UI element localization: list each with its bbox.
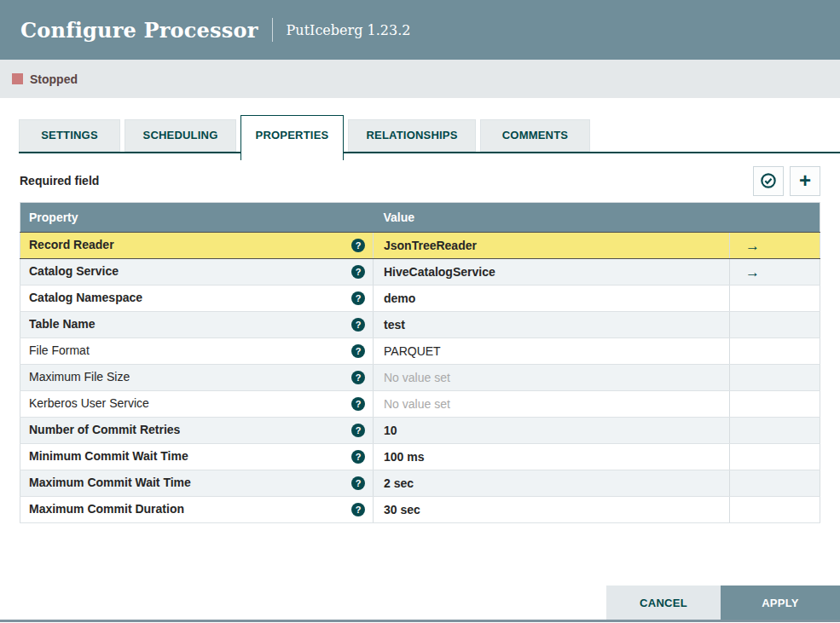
property-value-cell[interactable]: test (374, 312, 730, 338)
goto-service-cell: → (730, 233, 820, 259)
property-name-cell: Maximum Commit Wait Time? (20, 470, 374, 497)
property-value-cell[interactable]: PARQUET (374, 338, 730, 365)
question-mark-icon[interactable]: ? (351, 265, 365, 279)
property-name: Maximum Commit Wait Time (29, 476, 191, 489)
properties-toolbar: Required field + (0, 165, 840, 196)
right-arrow-icon[interactable]: → (745, 264, 760, 280)
goto-column-header (730, 203, 820, 233)
property-row[interactable]: Maximum File Size?No value set (20, 365, 820, 391)
property-value-cell[interactable]: HiveCatalogService (374, 259, 730, 286)
dialog-bottom-edge (0, 620, 840, 622)
property-name-cell: Kerberos User Service? (20, 391, 374, 418)
property-name-cell: Maximum File Size? (20, 365, 374, 391)
goto-service-cell (730, 497, 820, 523)
tab-scheduling[interactable]: SCHEDULING (125, 119, 236, 152)
property-value-cell[interactable]: No value set (374, 391, 730, 418)
plus-icon: + (799, 172, 811, 189)
add-property-button[interactable]: + (790, 166, 820, 196)
property-value-cell[interactable]: 30 sec (374, 497, 730, 523)
question-mark-icon[interactable]: ? (351, 503, 365, 516)
property-name: File Format (29, 343, 90, 357)
properties-table-body: Record Reader?JsonTreeReader→Catalog Ser… (20, 233, 820, 523)
question-mark-icon[interactable]: ? (351, 371, 365, 384)
tab-bar: SETTINGSSCHEDULINGPROPERTIESRELATIONSHIP… (0, 115, 840, 160)
title-divider (272, 18, 273, 42)
status-bar: Stopped (0, 60, 840, 98)
value-column-header: Value (374, 203, 730, 233)
tabs-container: SETTINGSSCHEDULINGPROPERTIESRELATIONSHIP… (19, 115, 840, 160)
question-mark-icon[interactable]: ? (351, 424, 365, 437)
goto-service-cell (730, 444, 820, 470)
property-name: Minimum Commit Wait Time (29, 449, 188, 463)
property-name-cell: Catalog Namespace? (20, 286, 374, 312)
goto-service-cell (730, 470, 820, 497)
cancel-button[interactable]: CANCEL (606, 586, 721, 620)
property-value-cell[interactable]: No value set (374, 365, 730, 391)
tab-properties[interactable]: PROPERTIES (240, 115, 344, 160)
property-name: Catalog Namespace (29, 291, 142, 304)
property-row[interactable]: Kerberos User Service?No value set (20, 391, 820, 418)
question-mark-icon[interactable]: ? (351, 397, 365, 411)
question-mark-icon[interactable]: ? (351, 239, 365, 252)
property-name: Maximum Commit Duration (29, 502, 184, 516)
property-name-cell: Catalog Service? (20, 259, 374, 286)
property-name: Catalog Service (29, 264, 119, 278)
property-row[interactable]: Maximum Commit Duration?30 sec (20, 497, 820, 523)
property-name-cell: File Format? (20, 338, 374, 365)
tab-relationships[interactable]: RELATIONSHIPS (348, 119, 476, 152)
goto-service-cell: → (730, 259, 820, 286)
status-label: Stopped (30, 72, 78, 86)
property-value-cell[interactable]: 2 sec (374, 470, 730, 497)
tab-settings[interactable]: SETTINGS (19, 119, 120, 152)
question-mark-icon[interactable]: ? (351, 291, 365, 305)
stopped-status-icon (12, 73, 23, 84)
property-column-header: Property (20, 203, 374, 233)
properties-table-wrap: Property Value Record Reader?JsonTreeRea… (0, 202, 840, 523)
check-circle-icon (760, 172, 777, 189)
property-row[interactable]: Minimum Commit Wait Time?100 ms (20, 444, 820, 470)
question-mark-icon[interactable]: ? (351, 344, 365, 358)
question-mark-icon[interactable]: ? (351, 318, 365, 332)
property-value-cell[interactable]: 100 ms (374, 444, 730, 470)
tab-underline (19, 152, 840, 153)
property-value-cell[interactable]: demo (374, 286, 730, 312)
property-name: Maximum File Size (29, 370, 130, 384)
verify-properties-button[interactable] (753, 166, 784, 196)
property-name-cell: Record Reader? (20, 233, 374, 259)
property-value-cell[interactable]: JsonTreeReader (374, 233, 730, 259)
property-name-cell: Number of Commit Retries? (20, 418, 374, 444)
question-mark-icon[interactable]: ? (351, 476, 365, 490)
goto-service-cell (730, 338, 820, 365)
question-mark-icon[interactable]: ? (351, 450, 365, 464)
property-name-cell: Minimum Commit Wait Time? (20, 444, 374, 470)
property-row[interactable]: File Format?PARQUET (20, 338, 820, 365)
property-row[interactable]: Record Reader?JsonTreeReader→ (20, 233, 820, 259)
dialog-title: Configure Processor (20, 18, 258, 43)
right-arrow-icon[interactable]: → (745, 238, 760, 254)
property-name: Table Name (29, 317, 96, 331)
tab-comments[interactable]: COMMENTS (480, 119, 590, 152)
property-row[interactable]: Catalog Namespace?demo (20, 286, 820, 312)
processor-type-version: PutIceberg 1.23.2 (287, 22, 411, 38)
property-name: Number of Commit Retries (29, 423, 180, 436)
goto-service-cell (730, 391, 820, 418)
property-row[interactable]: Number of Commit Retries?10 (20, 418, 820, 444)
goto-service-cell (730, 286, 820, 312)
property-row[interactable]: Maximum Commit Wait Time?2 sec (20, 470, 820, 497)
properties-table: Property Value Record Reader?JsonTreeRea… (20, 202, 820, 523)
goto-service-cell (730, 365, 820, 391)
property-name: Kerberos User Service (29, 396, 149, 410)
table-header-row: Property Value (20, 203, 820, 233)
property-row[interactable]: Catalog Service?HiveCatalogService→ (20, 259, 820, 286)
property-name-cell: Maximum Commit Duration? (20, 497, 374, 523)
apply-button[interactable]: APPLY (721, 586, 840, 620)
toolbar-buttons: + (753, 166, 820, 196)
goto-service-cell (730, 312, 820, 338)
property-row[interactable]: Table Name?test (20, 312, 820, 338)
property-value-cell[interactable]: 10 (374, 418, 730, 444)
property-name-cell: Table Name? (20, 312, 374, 338)
property-name: Record Reader (29, 238, 114, 251)
goto-service-cell (730, 418, 820, 444)
required-field-label: Required field (20, 174, 99, 187)
dialog-header: Configure Processor PutIceberg 1.23.2 (0, 0, 840, 60)
